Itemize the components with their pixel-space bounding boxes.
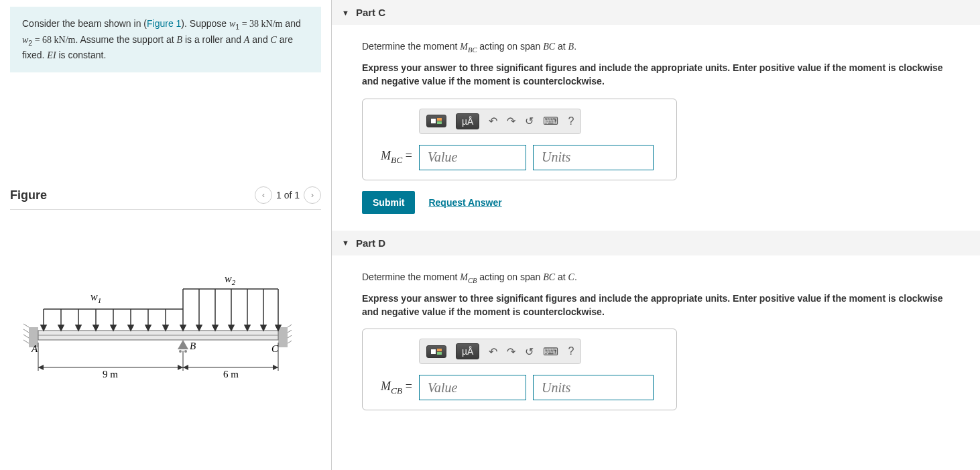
var-C: C <box>271 35 277 45</box>
value-input[interactable] <box>419 145 526 170</box>
part-c-header[interactable]: ▼ Part C <box>332 0 980 25</box>
part-d-body: Determine the moment MCB acting on span … <box>332 255 980 428</box>
answer-box: µÅ ↶ ↷ ↺ ⌨ ? MBC = <box>362 99 677 180</box>
variable-label: MCB = <box>372 379 412 396</box>
svg-line-6 <box>288 324 292 327</box>
svg-marker-12 <box>178 340 188 349</box>
variable-label: MBC = <box>372 149 412 166</box>
part-d-header[interactable]: ▼ Part D <box>332 231 980 255</box>
caret-down-icon: ▼ <box>342 9 349 17</box>
svg-line-1 <box>23 324 29 327</box>
prev-figure-button[interactable]: ‹ <box>255 186 272 204</box>
svg-text:B: B <box>190 341 196 351</box>
text: . Assume the support at <box>75 34 176 45</box>
text: = 38 kN/m <box>239 19 282 29</box>
svg-line-3 <box>23 335 29 338</box>
figure-title: Figure <box>10 188 47 202</box>
caret-down-icon: ▼ <box>342 239 349 247</box>
figure-link[interactable]: Figure 1 <box>147 18 181 29</box>
templates-icon[interactable] <box>426 115 446 127</box>
svg-marker-23 <box>93 325 99 331</box>
svg-marker-21 <box>76 325 81 331</box>
undo-icon[interactable]: ↶ <box>489 115 497 127</box>
left-panel: Consider the beam shown in (Figure 1). S… <box>0 0 332 470</box>
svg-text:A: A <box>31 343 38 354</box>
input-row: MBC = <box>372 145 667 170</box>
svg-line-8 <box>288 335 292 338</box>
svg-marker-56 <box>273 365 278 370</box>
svg-point-13 <box>179 350 182 353</box>
svg-text:6 m: 6 m <box>223 369 239 379</box>
var-B: B <box>176 35 182 45</box>
text: Consider the beam shown in ( <box>22 18 147 29</box>
svg-text:9 m: 9 m <box>103 369 118 379</box>
units-input[interactable] <box>533 145 654 170</box>
svg-line-9 <box>288 340 292 343</box>
instruction-bold: Express your answer to three significant… <box>362 292 950 318</box>
redo-icon[interactable]: ↷ <box>507 115 515 127</box>
keyboard-icon[interactable]: ⌨ <box>543 115 558 127</box>
var-w2: w <box>22 35 28 45</box>
svg-marker-52 <box>38 365 44 370</box>
var-EI: EI <box>47 50 56 60</box>
formula-toolbar: µÅ ↶ ↷ ↺ ⌨ ? <box>419 339 581 364</box>
figure-pager: ‹ 1 of 1 › <box>255 186 321 204</box>
input-row: MCB = <box>372 375 667 400</box>
right-panel: ▼ Part C Determine the moment MBC acting… <box>332 0 980 470</box>
submit-button[interactable]: Submit <box>362 191 415 214</box>
keyboard-icon[interactable]: ⌨ <box>543 345 558 358</box>
symbols-icon[interactable]: µÅ <box>456 113 479 129</box>
svg-marker-37 <box>196 325 202 331</box>
help-icon[interactable]: ? <box>568 115 574 127</box>
part-title: Part C <box>356 7 385 18</box>
action-row: Submit Request Answer <box>362 191 950 214</box>
part-title: Part D <box>356 237 385 249</box>
part-c-body: Determine the moment MBC acting on span … <box>332 25 980 231</box>
svg-marker-41 <box>229 325 234 331</box>
figure-header: Figure ‹ 1 of 1 › <box>10 186 321 210</box>
svg-text:w1: w1 <box>90 291 101 304</box>
svg-marker-39 <box>212 325 218 331</box>
reset-icon[interactable]: ↺ <box>525 115 534 127</box>
svg-marker-53 <box>178 365 183 370</box>
text: and <box>282 18 300 29</box>
answer-box: µÅ ↶ ↷ ↺ ⌨ ? MCB = <box>362 329 677 410</box>
svg-marker-43 <box>245 325 250 331</box>
help-icon[interactable]: ? <box>568 345 574 357</box>
redo-icon[interactable]: ↷ <box>507 345 515 358</box>
svg-marker-17 <box>41 325 46 331</box>
instruction: Determine the moment MCB acting on span … <box>362 271 950 286</box>
svg-marker-25 <box>111 325 116 331</box>
svg-marker-29 <box>145 325 151 331</box>
value-input[interactable] <box>419 375 526 400</box>
formula-toolbar: µÅ ↶ ↷ ↺ ⌨ ? <box>419 109 581 134</box>
var-w1: w <box>229 19 235 29</box>
request-answer-link[interactable]: Request Answer <box>428 197 501 208</box>
svg-point-14 <box>184 350 187 353</box>
reset-icon[interactable]: ↺ <box>525 345 534 358</box>
svg-text:C: C <box>271 343 279 354</box>
svg-rect-5 <box>278 327 288 347</box>
svg-marker-19 <box>58 325 64 331</box>
next-figure-button[interactable]: › <box>304 186 321 204</box>
text: is constant. <box>56 50 107 60</box>
svg-marker-31 <box>163 325 168 331</box>
undo-icon[interactable]: ↶ <box>489 345 497 358</box>
svg-marker-33 <box>180 325 186 331</box>
problem-statement: Consider the beam shown in (Figure 1). S… <box>10 7 321 72</box>
text: = 68 kN/m <box>32 35 75 45</box>
figure-diagram: w1 w2 A B C 9 m 6 m <box>10 263 321 398</box>
text: ). Suppose <box>181 18 229 29</box>
symbols-icon[interactable]: µÅ <box>456 343 479 359</box>
svg-line-2 <box>23 329 29 333</box>
templates-icon[interactable] <box>426 345 446 358</box>
pager-label: 1 of 1 <box>276 190 300 200</box>
svg-line-4 <box>23 340 29 343</box>
svg-marker-55 <box>183 365 188 370</box>
text: and <box>249 34 270 45</box>
text: is a roller and <box>182 34 244 45</box>
instruction: Determine the moment MBC acting on span … <box>362 40 950 55</box>
svg-text:w2: w2 <box>225 273 236 286</box>
instruction-bold: Express your answer to three significant… <box>362 62 950 88</box>
units-input[interactable] <box>533 375 654 400</box>
